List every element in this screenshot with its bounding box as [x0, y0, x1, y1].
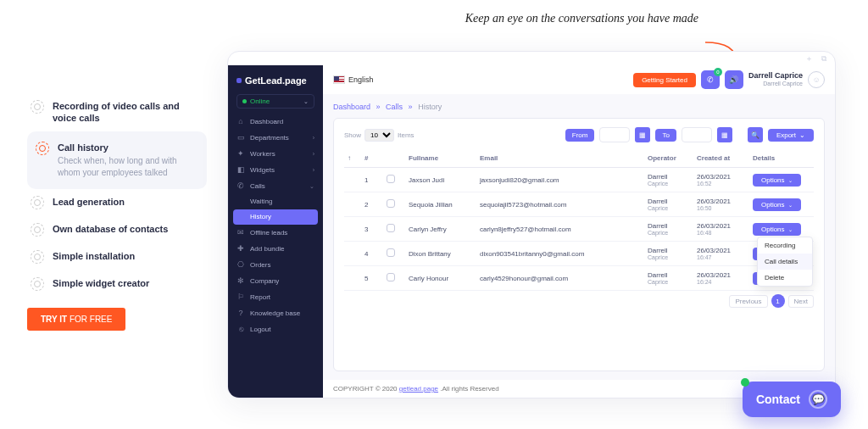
crumb-calls[interactable]: Calls [386, 103, 403, 111]
chat-icon: 💬 [809, 390, 827, 409]
flag-icon [333, 75, 345, 84]
nav-icon: ✆ [236, 182, 245, 190]
feature-icon [36, 142, 49, 155]
th-created[interactable]: Created at [693, 149, 749, 168]
dropdown-call-details[interactable]: Call details [758, 254, 812, 270]
user-profile[interactable]: Darrell Caprice Darrell Caprice ☺ [748, 71, 825, 88]
sidebar-item-calls[interactable]: ✆Calls⌄ [228, 178, 323, 194]
feature-icon [31, 277, 44, 291]
contact-widget[interactable]: Contact 💬 [743, 382, 841, 417]
user-name: Darrell Caprice [748, 72, 803, 81]
calendar-icon[interactable]: ▦ [635, 127, 650, 142]
getting-started-button[interactable]: Getting Started [633, 73, 696, 87]
copy-icon[interactable]: ⧉ [821, 54, 826, 64]
sidebar-item-report[interactable]: ⚐Report [228, 289, 323, 305]
call-button[interactable]: ✆ 0 [701, 70, 720, 89]
cell-num: 4 [361, 242, 383, 266]
options-button[interactable]: Options ⌄ [753, 174, 801, 187]
cell-created: 26/03/202116:48 [693, 217, 749, 242]
sidebar-item-logout[interactable]: ⎋Logout [228, 321, 323, 337]
feature-lead-generation[interactable]: Lead generation [27, 189, 207, 216]
nav-icon: ⎋ [236, 326, 245, 333]
cell-operator: DarrellCaprice [644, 192, 693, 217]
feature-label: Own database of contacts [53, 223, 168, 237]
from-date-input[interactable] [599, 127, 630, 142]
plus-icon[interactable]: ＋ [805, 53, 813, 64]
sidebar-item-company[interactable]: ✻Company [228, 273, 323, 289]
pager-next[interactable]: Next [788, 295, 814, 308]
chevron-icon: › [313, 167, 314, 173]
row-checkbox[interactable] [387, 273, 395, 281]
brand: GetLead.page [228, 72, 323, 94]
th-details[interactable]: Details [749, 149, 814, 168]
try-it-button[interactable]: TRY IT FOR FREE [27, 308, 125, 331]
cell-email: carly4529honour@gmail.com [476, 266, 644, 291]
feature-widget-creator[interactable]: Simple widget creator [27, 270, 207, 298]
sidebar-item-label: Add bundle [250, 246, 284, 253]
row-checkbox[interactable] [387, 224, 395, 232]
language-selector[interactable]: English [333, 75, 374, 84]
user-sub: Darrell Caprice [748, 81, 803, 87]
sound-icon: 🔊 [729, 75, 738, 84]
th-email[interactable]: Email [476, 149, 644, 168]
dropdown-delete[interactable]: Delete [758, 270, 812, 286]
th-num[interactable]: # [361, 149, 383, 168]
sidebar-subitem-waiting[interactable]: Waiting [228, 194, 323, 209]
sidebar-item-departments[interactable]: ▭Departments› [228, 130, 323, 146]
feature-installation[interactable]: Simple installation [27, 243, 207, 270]
chevron-down-icon: ⌄ [788, 226, 793, 232]
th-fullname[interactable]: Fullname [405, 149, 476, 168]
sound-button[interactable]: 🔊 [725, 70, 743, 89]
to-date-input[interactable] [682, 127, 712, 142]
phone-icon: ✆ [707, 75, 714, 84]
history-table: ↑ # Fullname Email Operator Created at D… [344, 149, 814, 291]
sidebar-item-offline-leads[interactable]: ✉Offline leads [228, 225, 323, 241]
row-checkbox[interactable] [387, 248, 395, 257]
feature-contacts-db[interactable]: Own database of contacts [27, 216, 207, 243]
options-button[interactable]: Options ⌄ [753, 198, 801, 211]
status-selector[interactable]: Online⌄ [236, 94, 314, 109]
sidebar-item-add-bundle[interactable]: ✚Add bundle [228, 241, 323, 257]
from-label: From [565, 129, 595, 142]
crumb-dashboard[interactable]: Dashboard [333, 103, 370, 111]
calendar-icon[interactable]: ▦ [717, 127, 732, 142]
cell-email: carlyn8jeffry527@hotmail.com [476, 217, 644, 242]
nav-icon: ✉ [236, 229, 245, 237]
sidebar-item-label: Calls [250, 183, 265, 190]
export-button[interactable]: Export⌄ [768, 129, 814, 142]
sidebar-item-label: Dashboard [250, 119, 283, 125]
table-row: 1Jaxson Judijaxsonjudi820@gmail.comDarre… [344, 168, 814, 192]
sidebar-item-orders[interactable]: ⎔Orders [228, 257, 323, 273]
pager-current: 1 [771, 294, 785, 308]
sidebar-item-label: Offline leads [250, 230, 287, 237]
dropdown-recording[interactable]: Recording [758, 237, 812, 254]
items-label: Items [398, 131, 415, 139]
to-label: To [655, 129, 676, 142]
cell-name: Carly Honour [405, 266, 476, 291]
footer-link[interactable]: getlead.page [399, 385, 438, 393]
sidebar-item-widgets[interactable]: ◧Widgets› [228, 162, 323, 178]
row-checkbox[interactable] [387, 175, 395, 183]
table-row: 2Sequoia Jilliansequoiajil5723@hotmail.c… [344, 192, 814, 217]
nav-icon: ⌂ [236, 118, 245, 125]
breadcrumb: Dashboard » Calls » History [333, 103, 825, 111]
sidebar-item-knowledge-base[interactable]: ?Knowledge base [228, 305, 323, 321]
sidebar-item-dashboard[interactable]: ⌂Dashboard [228, 114, 323, 130]
th-operator[interactable]: Operator [644, 149, 693, 168]
feature-label: Recording of video calls and voice calls [53, 100, 203, 125]
page-size-select[interactable]: 10 [364, 129, 394, 142]
cell-created: 26/03/202116:52 [693, 168, 749, 192]
options-button[interactable]: Options ⌄ [753, 223, 801, 236]
row-checkbox[interactable] [387, 199, 395, 208]
sidebar-subitem-history[interactable]: History [233, 209, 318, 225]
feature-call-history[interactable]: Call history Check when, how long and wi… [27, 131, 207, 189]
sidebar-item-workers[interactable]: ✦Workers› [228, 146, 323, 162]
feature-recording[interactable]: Recording of video calls and voice calls [27, 93, 207, 131]
pager-prev[interactable]: Previous [729, 295, 767, 308]
chevron-down-icon: ⌄ [799, 131, 805, 139]
call-badge: 0 [714, 68, 722, 76]
search-button[interactable]: 🔍 [748, 127, 763, 142]
nav-icon: ⎔ [236, 261, 245, 269]
feature-label: Call history [58, 142, 108, 153]
callout-text: Keep an eye on the conversations you hav… [465, 12, 698, 25]
